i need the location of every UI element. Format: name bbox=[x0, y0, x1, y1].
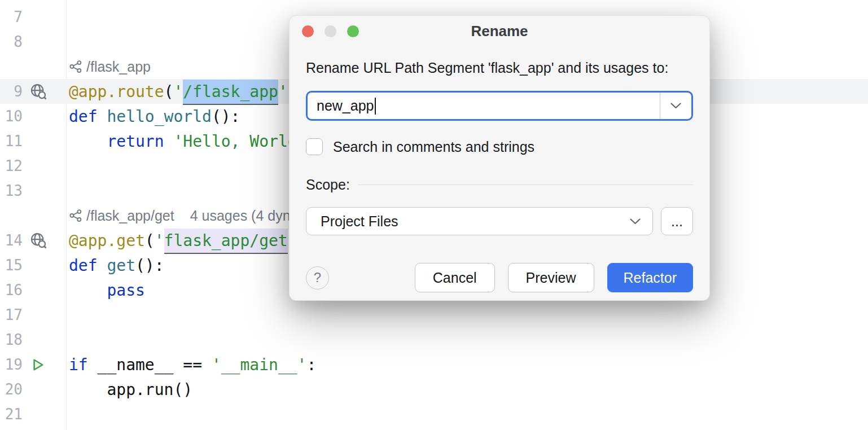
code-line[interactable]: @app.route('/flask_app', bbox=[66, 82, 297, 101]
line-number: 16 bbox=[0, 282, 23, 299]
code-token[interactable]: ( bbox=[164, 82, 174, 101]
code-line-row: 17 bbox=[0, 302, 868, 327]
scope-label: Scope: bbox=[306, 177, 350, 193]
gutter bbox=[0, 203, 66, 228]
code-vision-hint[interactable]: /flask_app/get4 usages (4 dyn bbox=[66, 208, 291, 224]
gutter: 16 bbox=[0, 278, 66, 302]
zoom-window-button[interactable] bbox=[347, 25, 359, 37]
gutter: 20 bbox=[0, 377, 66, 402]
edit-scopes-button[interactable]: ... bbox=[661, 207, 693, 235]
line-number: 9 bbox=[0, 83, 23, 100]
code-line[interactable]: def get(): bbox=[66, 256, 164, 275]
gutter: 8 bbox=[0, 29, 66, 54]
code-token[interactable]: '__main__' bbox=[212, 356, 307, 374]
endpoint-icon[interactable] bbox=[23, 83, 66, 100]
new-name-input[interactable]: new_app bbox=[306, 91, 693, 121]
scope-select[interactable]: Project Files bbox=[306, 207, 653, 235]
line-number: 20 bbox=[0, 381, 23, 398]
code-token[interactable]: return bbox=[107, 132, 173, 151]
line-number: 13 bbox=[0, 182, 23, 199]
search-comments-label: Search in comments and strings bbox=[333, 139, 534, 155]
code-line[interactable]: pass bbox=[66, 281, 145, 300]
gutter: 11 bbox=[0, 129, 66, 153]
help-icon: ? bbox=[314, 270, 321, 286]
chevron-down-icon bbox=[629, 218, 641, 225]
code-token[interactable]: (): bbox=[135, 256, 164, 275]
gutter: 9 bbox=[0, 79, 66, 104]
edit-scopes-label: ... bbox=[671, 213, 683, 230]
run-icon[interactable] bbox=[23, 357, 66, 372]
code-token[interactable]: pass bbox=[107, 281, 144, 300]
line-number: 8 bbox=[0, 33, 23, 50]
refactor-button[interactable]: Refactor bbox=[607, 263, 693, 292]
minimize-window-button bbox=[325, 25, 336, 37]
code-line[interactable]: return 'Hello, World! bbox=[66, 132, 306, 151]
code-line[interactable]: def hello_world(): bbox=[66, 107, 240, 126]
code-token[interactable]: app.run() bbox=[69, 380, 192, 399]
gutter: 15 bbox=[0, 253, 66, 278]
code-token[interactable]: get bbox=[107, 256, 135, 275]
code-vision-usages[interactable]: 4 usages (4 dyn bbox=[190, 208, 291, 224]
line-number: 18 bbox=[0, 331, 23, 348]
scope-divider bbox=[358, 185, 693, 185]
line-number: 19 bbox=[0, 356, 23, 373]
line-number: 10 bbox=[0, 108, 23, 125]
code-token[interactable] bbox=[69, 281, 107, 300]
line-number: 15 bbox=[0, 257, 23, 274]
line-number: 14 bbox=[0, 232, 23, 249]
gutter: 7 bbox=[0, 5, 66, 29]
share-icon bbox=[69, 209, 82, 222]
code-line[interactable]: @app.get('flask_app/get') bbox=[66, 231, 306, 250]
line-number: 7 bbox=[0, 8, 23, 25]
code-token[interactable]: def bbox=[69, 107, 107, 126]
help-button[interactable]: ? bbox=[306, 266, 329, 289]
code-line[interactable]: app.run() bbox=[66, 380, 192, 399]
gutter: 17 bbox=[0, 302, 66, 327]
code-token[interactable]: if bbox=[69, 356, 98, 374]
code-token[interactable]: def bbox=[69, 256, 107, 275]
close-window-button[interactable] bbox=[302, 25, 314, 37]
code-token[interactable]: ' bbox=[173, 82, 183, 101]
code-token[interactable] bbox=[69, 132, 107, 151]
rename-prompt-label: Rename URL Path Segment 'flask_app' and … bbox=[306, 60, 693, 76]
code-line-row: 21 bbox=[0, 402, 868, 427]
code-token[interactable]: : bbox=[306, 356, 316, 374]
preview-button[interactable]: Preview bbox=[508, 263, 594, 292]
gutter: 21 bbox=[0, 402, 66, 427]
endpoint-icon[interactable] bbox=[23, 232, 66, 249]
line-number: 17 bbox=[0, 306, 23, 323]
line-number: 11 bbox=[0, 133, 23, 150]
code-token[interactable]: hello_world bbox=[107, 107, 211, 126]
dialog-titlebar[interactable]: Rename bbox=[290, 16, 709, 46]
code-vision-hint[interactable]: /flask_app bbox=[66, 59, 151, 75]
code-token[interactable]: __name__ == bbox=[98, 356, 212, 374]
code-line[interactable]: if __name__ == '__main__': bbox=[66, 356, 316, 374]
code-token[interactable]: @app.get bbox=[69, 231, 145, 250]
code-line-row: 18 bbox=[0, 327, 868, 352]
code-token[interactable]: flask_app/get bbox=[164, 229, 288, 254]
code-token[interactable]: ' bbox=[155, 231, 164, 250]
gutter bbox=[0, 54, 66, 79]
code-token[interactable]: ( bbox=[145, 231, 155, 250]
cancel-button[interactable]: Cancel bbox=[415, 263, 495, 292]
code-token[interactable]: /flask_app bbox=[183, 80, 278, 105]
code-line-row: 20 app.run() bbox=[0, 377, 868, 402]
code-token[interactable]: ' bbox=[278, 82, 288, 101]
code-token[interactable]: 'Hello, World! bbox=[173, 132, 306, 151]
text-caret bbox=[375, 98, 376, 115]
search-comments-checkbox[interactable] bbox=[306, 138, 323, 155]
chevron-down-icon bbox=[670, 102, 682, 109]
dialog-title: Rename bbox=[471, 23, 528, 40]
window-controls bbox=[302, 25, 359, 37]
scope-select-value: Project Files bbox=[321, 213, 398, 230]
code-vision-url[interactable]: /flask_app/get bbox=[86, 208, 174, 224]
code-line-row: 19if __name__ == '__main__': bbox=[0, 352, 868, 377]
share-icon bbox=[69, 60, 82, 73]
line-number: 21 bbox=[0, 406, 23, 423]
code-token[interactable]: @app.route bbox=[69, 82, 164, 101]
name-history-dropdown-button[interactable] bbox=[660, 93, 691, 119]
code-vision-url[interactable]: /flask_app bbox=[86, 59, 151, 75]
line-number: 12 bbox=[0, 157, 23, 174]
code-token[interactable]: (): bbox=[212, 107, 240, 126]
gutter: 13 bbox=[0, 178, 66, 203]
